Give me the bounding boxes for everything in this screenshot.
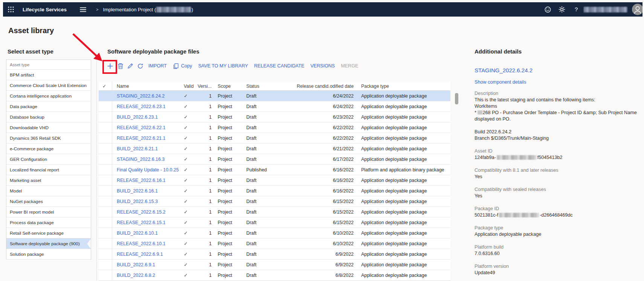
asset-type-item-selected[interactable]: Software deployable package (900) (6, 238, 91, 249)
asset-name-link[interactable]: RELEASE_2022.6.23.1 (112, 101, 180, 111)
asset-name-link[interactable]: BUILD_2022.6.15.3 (112, 196, 180, 206)
table-row[interactable]: RELEASE_2022.6.15.2✓1ProjectDraft6/15/20… (99, 207, 450, 217)
refresh-button[interactable] (135, 60, 145, 72)
row-select-cell[interactable] (99, 175, 112, 185)
release-candidate-button[interactable]: RELEASE CANDIDATE (251, 60, 307, 72)
row-select-cell[interactable] (99, 133, 112, 143)
column-header[interactable]: Versi... (197, 82, 215, 90)
row-select-cell[interactable] (99, 144, 112, 154)
column-header[interactable]: Release candid... (297, 82, 330, 90)
table-row[interactable]: Final Quality Update - 10.0.25✓1ProjectP… (99, 165, 450, 175)
asset-name-link[interactable]: RELEASE_2022.6.15.1 (112, 217, 180, 228)
column-header[interactable]: Modified date (330, 82, 359, 90)
selected-asset-name[interactable]: STAGING_2022.6.24.2 (475, 67, 641, 73)
column-header[interactable]: Scope (215, 82, 246, 90)
table-scrollbar[interactable] (455, 93, 458, 104)
asset-name-link[interactable]: RELEASE_2022.6.15.2 (112, 207, 180, 217)
asset-name-link[interactable]: STAGING_2022.6.24.2 (112, 91, 180, 101)
table-row[interactable]: BUILD_2022.6.8.2✓1ProjectDraft6/8/2022Ap… (99, 270, 450, 281)
copy-button[interactable]: Copy (170, 60, 195, 72)
table-row[interactable]: BUILD_2022.6.15.3✓1ProjectDraft6/15/2022… (99, 196, 450, 207)
row-select-cell[interactable] (99, 249, 112, 259)
asset-type-item[interactable]: Localized financial report (6, 165, 91, 175)
asset-type-item[interactable]: e-Commerce package (6, 144, 91, 154)
delete-button[interactable] (116, 60, 125, 72)
row-select-cell[interactable] (99, 122, 112, 133)
asset-type-item[interactable]: Downloadable VHD (6, 122, 91, 133)
asset-name-link[interactable]: RELEASE_2022.6.10.1 (112, 238, 180, 249)
asset-name-link[interactable]: BUILD_2022.6.23.1 (112, 112, 180, 122)
row-select-cell[interactable] (99, 154, 112, 164)
asset-type-item[interactable]: Process data package (6, 217, 91, 228)
show-component-details-link[interactable]: Show component details (475, 79, 526, 85)
table-row[interactable]: RELEASE_2022.6.16.1✓1ProjectDraft6/16/20… (99, 175, 450, 186)
asset-type-item[interactable]: Power BI report model (6, 207, 91, 217)
asset-type-item[interactable]: Retail Self-service package (6, 228, 91, 238)
breadcrumb[interactable]: Implementation Project ( ) (103, 7, 193, 12)
settings-gear-icon[interactable] (555, 2, 569, 17)
save-to-my-library-button[interactable]: SAVE TO MY LIBRARY (195, 60, 251, 72)
column-header[interactable]: Name (112, 82, 180, 90)
asset-type-item[interactable]: Data package (6, 101, 91, 112)
row-select-cell[interactable] (99, 112, 112, 122)
asset-name-link[interactable]: RELEASE_2022.6.22.1 (112, 122, 180, 133)
table-row[interactable]: RELEASE_2022.6.23.1✓1ProjectDraft6/24/20… (99, 101, 450, 112)
row-select-cell[interactable] (99, 238, 112, 249)
asset-type-item[interactable]: BPM artifact (6, 70, 91, 80)
add-button[interactable] (105, 60, 116, 72)
row-select-cell[interactable] (99, 101, 112, 111)
asset-type-item[interactable]: Commerce Cloud Scale Unit Extension (6, 80, 91, 91)
asset-type-item[interactable]: NuGet packages (6, 196, 91, 207)
import-button[interactable]: IMPORT (145, 60, 170, 72)
asset-type-item[interactable]: Dynamics 365 Retail SDK (6, 133, 91, 144)
asset-type-item[interactable]: Database backup (6, 112, 91, 122)
table-row[interactable]: RELEASE_2022.6.22.1✓1ProjectDraft6/22/20… (99, 122, 450, 133)
table-row[interactable]: RELEASE_2022.6.10.1✓1ProjectDraft6/10/20… (99, 238, 450, 249)
table-row[interactable]: RELEASE_2022.6.21.1✓1ProjectDraft6/22/20… (99, 133, 450, 144)
row-select-cell[interactable] (99, 207, 112, 217)
table-row[interactable]: BUILD_2022.6.9.1✓1ProjectDraft6/9/2022Ap… (99, 260, 450, 270)
row-select-cell[interactable] (99, 196, 112, 206)
row-select-cell[interactable] (99, 260, 112, 270)
asset-type-item[interactable]: Cortana intelligence application (6, 91, 91, 101)
table-row[interactable]: BUILD_2022.6.16.1✓1ProjectDraft6/16/2022… (99, 186, 450, 196)
row-select-cell[interactable] (99, 186, 112, 196)
row-select-cell[interactable] (99, 165, 112, 175)
asset-type-item[interactable]: Model (6, 186, 91, 196)
select-all-checkbox[interactable]: ✓ (99, 82, 112, 90)
row-select-cell[interactable] (99, 270, 112, 280)
asset-name-link[interactable]: BUILD_2022.6.8.2 (112, 270, 180, 280)
asset-type-item[interactable]: Solution package (6, 249, 91, 260)
help-icon[interactable]: ? (569, 2, 583, 17)
feedback-smiley-icon[interactable] (540, 2, 555, 17)
asset-name-link[interactable]: BUILD_2022.6.9.1 (112, 260, 180, 270)
column-header[interactable]: Package type (359, 82, 450, 90)
table-row[interactable]: BUILD_2022.6.10.1✓1ProjectDraft6/10/2022… (99, 228, 450, 238)
table-row[interactable]: STAGING_2022.6.16.3✓1ProjectDraft6/17/20… (99, 154, 450, 165)
table-row[interactable]: RELEASE_2022.6.9.1✓1ProjectDraft6/9/2022… (99, 249, 450, 260)
table-row[interactable]: BUILD_2022.6.21.1✓1ProjectDraft6/21/2022… (99, 144, 450, 154)
table-row[interactable]: RELEASE_2022.6.15.1✓1ProjectDraft6/15/20… (99, 217, 450, 228)
asset-name-link[interactable]: Final Quality Update - 10.0.25 (112, 165, 180, 175)
table-row[interactable]: STAGING_2022.6.24.2✓1ProjectDraft6/24/20… (99, 91, 450, 101)
row-select-cell[interactable] (99, 228, 112, 238)
asset-name-link[interactable]: RELEASE_2022.6.9.1 (112, 249, 180, 259)
app-launcher-icon[interactable] (4, 2, 18, 17)
column-header[interactable]: Status (246, 82, 297, 90)
asset-name-link[interactable]: STAGING_2022.6.16.3 (112, 154, 180, 164)
user-avatar[interactable] (632, 4, 642, 15)
menu-icon[interactable] (76, 2, 90, 17)
table-row[interactable]: BUILD_2022.6.23.1✓1ProjectDraft6/23/2022… (99, 112, 450, 122)
row-select-cell[interactable] (99, 91, 112, 101)
asset-name-link[interactable]: BUILD_2022.6.21.1 (112, 144, 180, 154)
asset-name-link[interactable]: BUILD_2022.6.16.1 (112, 186, 180, 196)
versions-button[interactable]: VERSIONS (307, 60, 338, 72)
asset-name-link[interactable]: BUILD_2022.6.10.1 (112, 228, 180, 238)
column-header[interactable]: Valid (180, 82, 197, 90)
asset-type-item[interactable]: GER Configuration (6, 154, 91, 165)
asset-type-item[interactable]: Marketing asset (6, 175, 91, 186)
row-select-cell[interactable] (99, 217, 112, 228)
asset-name-link[interactable]: RELEASE_2022.6.16.1 (112, 175, 180, 185)
asset-name-link[interactable]: RELEASE_2022.6.21.1 (112, 133, 180, 143)
edit-button[interactable] (125, 60, 135, 72)
